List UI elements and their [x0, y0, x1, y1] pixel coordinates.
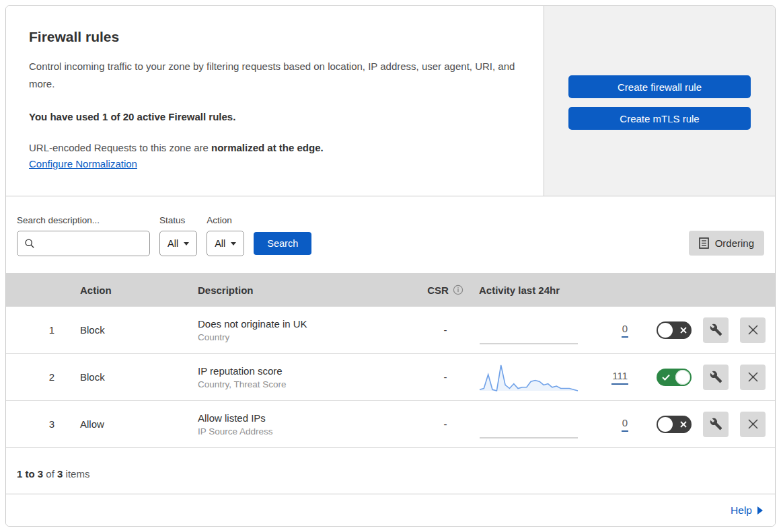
range-text: 1 to 3	[17, 468, 43, 480]
table-row: 2 Block IP reputation score Country, Thr…	[6, 354, 775, 401]
rule-controls	[640, 412, 775, 437]
close-icon	[747, 418, 759, 430]
items-text: items	[63, 468, 89, 480]
rule-enabled-toggle[interactable]	[657, 416, 692, 433]
normalization-bold: normalized at the edge.	[211, 142, 324, 153]
rule-priority-number: 2	[6, 371, 67, 383]
table-header-row: Action Description CSR Activity last 24h…	[6, 273, 775, 307]
ordering-list-icon	[699, 237, 709, 249]
header-panel: Firewall rules Control incoming traffic …	[6, 6, 544, 196]
rule-activity-cell: 111	[479, 362, 640, 393]
create-mtls-rule-button[interactable]: Create mTLS rule	[568, 107, 751, 130]
action-select-value: All	[215, 238, 225, 249]
action-label: Action	[207, 215, 244, 225]
help-link[interactable]: Help	[731, 504, 763, 517]
toggle-knob	[658, 417, 673, 432]
create-firewall-rule-button[interactable]: Create firewall rule	[568, 75, 751, 98]
rule-action: Allow	[67, 418, 184, 430]
normalization-prefix: URL-encoded Requests to this zone are	[29, 142, 211, 153]
firewall-rules-card: Firewall rules Control incoming traffic …	[5, 5, 776, 527]
delete-rule-button[interactable]	[740, 365, 766, 390]
rule-description-title: Allow listed IPs	[198, 412, 412, 424]
close-icon	[747, 371, 759, 383]
action-select[interactable]: All	[207, 231, 244, 256]
rule-action: Block	[67, 324, 184, 336]
edit-rule-button[interactable]	[703, 412, 729, 437]
csr-header-label: CSR	[427, 284, 449, 296]
activity-sparkline	[479, 315, 580, 346]
rule-priority-number: 1	[6, 324, 67, 336]
activity-count-link[interactable]: 111	[580, 370, 628, 385]
page-description: Control incoming traffic to your zone by…	[29, 58, 517, 93]
normalization-text: URL-encoded Requests to this zone are no…	[29, 142, 517, 153]
column-header-description: Description	[184, 284, 412, 296]
column-header-csr: CSR	[412, 284, 479, 296]
status-select-value: All	[168, 238, 178, 249]
table-body: 1 Block Does not originate in UK Country…	[6, 307, 775, 448]
table-row: 1 Block Does not originate in UK Country…	[6, 307, 775, 354]
activity-sparkline	[479, 362, 580, 393]
rule-csr-value: -	[412, 371, 479, 383]
rule-activity-cell: 0	[479, 315, 640, 346]
activity-count-link[interactable]: 0	[580, 323, 628, 338]
action-field-group: Action All	[207, 215, 244, 256]
chevron-down-icon	[231, 242, 236, 245]
rule-csr-value: -	[412, 418, 479, 430]
edit-rule-button[interactable]	[703, 317, 729, 343]
help-link-label: Help	[731, 504, 752, 517]
search-input[interactable]	[40, 237, 143, 250]
status-label: Status	[159, 215, 197, 225]
close-icon	[747, 324, 759, 336]
rule-description-fields: Country, Threat Score	[198, 379, 412, 389]
pagination-summary: 1 to 3 of 3 items	[6, 448, 775, 494]
toggle-state-icon	[662, 374, 670, 381]
configure-normalization-link[interactable]: Configure Normalization	[29, 158, 137, 169]
arrow-right-icon	[757, 506, 763, 515]
help-row: Help	[6, 494, 775, 526]
chevron-down-icon	[184, 242, 189, 245]
cta-panel: Create firewall rule Create mTLS rule	[544, 6, 775, 196]
rule-description-fields: Country	[198, 332, 412, 342]
search-label: Search description...	[17, 215, 150, 225]
search-field-group: Search description...	[17, 215, 150, 256]
search-box[interactable]	[17, 231, 150, 256]
rule-csr-value: -	[412, 324, 479, 336]
activity-sparkline	[479, 409, 580, 440]
wrench-icon	[710, 418, 722, 430]
usage-text: You have used 1 of 20 active Firewall ru…	[29, 111, 517, 122]
page-title: Firewall rules	[29, 29, 517, 45]
info-icon[interactable]	[453, 284, 463, 295]
rule-description-title: IP reputation score	[198, 365, 412, 377]
rule-activity-cell: 0	[479, 409, 640, 440]
toggle-knob	[658, 323, 673, 338]
wrench-icon	[710, 371, 722, 383]
toggle-state-icon	[680, 421, 687, 428]
rule-description-fields: IP Source Address	[198, 426, 412, 436]
search-button[interactable]: Search	[254, 232, 311, 255]
rule-enabled-toggle[interactable]	[657, 321, 692, 339]
ordering-button-label: Ordering	[715, 237, 754, 249]
table-row: 3 Allow Allow listed IPs IP Source Addre…	[6, 401, 775, 448]
status-select[interactable]: All	[159, 231, 197, 256]
rule-action: Block	[67, 371, 184, 383]
toggle-knob	[675, 370, 690, 385]
rule-controls	[640, 317, 775, 343]
top-section: Firewall rules Control incoming traffic …	[6, 6, 775, 196]
edit-rule-button[interactable]	[703, 365, 729, 390]
toggle-state-icon	[680, 327, 687, 334]
search-icon	[24, 238, 35, 249]
rule-enabled-toggle[interactable]	[657, 369, 692, 386]
delete-rule-button[interactable]	[740, 317, 766, 343]
activity-count-link[interactable]: 0	[580, 417, 628, 432]
of-text: of	[43, 468, 57, 480]
delete-rule-button[interactable]	[740, 412, 766, 437]
wrench-icon	[710, 324, 722, 336]
rule-priority-number: 3	[6, 418, 67, 430]
ordering-button[interactable]: Ordering	[689, 231, 764, 256]
status-field-group: Status All	[159, 215, 197, 256]
column-header-activity: Activity last 24hr	[479, 284, 640, 296]
rule-description-cell: Does not originate in UK Country	[184, 318, 412, 342]
filter-bar: Search description... Status All Action …	[6, 196, 775, 273]
rule-description-title: Does not originate in UK	[198, 318, 412, 330]
column-header-action: Action	[67, 284, 184, 296]
